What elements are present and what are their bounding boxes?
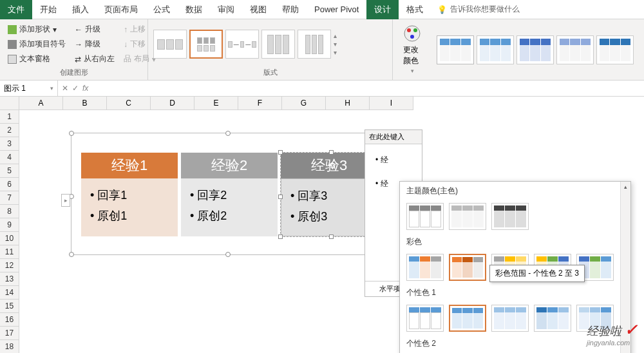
smartart-block-1[interactable]: 经验1 • 回享1 • 原创1 (81, 153, 178, 236)
theme-thumb-1[interactable] (406, 203, 444, 230)
ribbon-tabs: 文件 开始 插入 页面布局 公式 数据 审阅 视图 帮助 Power Pivot… (0, 0, 644, 19)
tab-layout[interactable]: 页面布局 (97, 0, 146, 19)
enter-icon[interactable]: ✓ (72, 84, 79, 93)
block3-title: 经验3⟲ (281, 153, 377, 178)
name-box[interactable]: 图示 1▾ (0, 81, 58, 96)
accent1-thumb-3[interactable] (491, 305, 529, 332)
add-bullet-button[interactable]: 添加项目符号 (5, 37, 68, 51)
row-header[interactable]: 18 (0, 340, 19, 353)
select-all-corner[interactable] (0, 97, 19, 110)
layout-more[interactable]: ▾ (334, 49, 337, 56)
tell-me-label: 告诉我你想要做什么 (450, 4, 520, 15)
text-pane-title: 在此处键入 (365, 130, 422, 144)
fx-icon[interactable]: fx (82, 84, 88, 93)
accent1-thumb-4[interactable] (534, 305, 571, 332)
text-pane-button[interactable]: 文本窗格 (5, 52, 68, 66)
row-header[interactable]: 15 (0, 300, 19, 313)
tab-design[interactable]: 设计 (366, 0, 399, 19)
row-header[interactable]: 4 (0, 151, 19, 164)
theme-thumb-3[interactable] (491, 203, 529, 230)
tab-insert[interactable]: 插入 (64, 0, 97, 19)
row-header[interactable]: 13 (0, 272, 19, 286)
col-header[interactable]: F (238, 97, 282, 110)
tab-powerpivot[interactable]: Power Pivot (307, 0, 366, 19)
layout-thumb-1[interactable] (153, 30, 187, 59)
smartart-container[interactable]: ▸ 经验1 • 回享1 • 原创1 经验2 • 回享2 • 原创2 (71, 133, 380, 255)
accent1-thumb-1[interactable] (406, 305, 444, 332)
col-header[interactable]: E (194, 97, 238, 110)
col-header[interactable]: B (63, 97, 107, 110)
tab-review[interactable]: 审阅 (210, 0, 242, 19)
col-header[interactable]: D (151, 97, 194, 110)
block1-body: • 回享1 • 原创1 (81, 178, 178, 236)
tab-data[interactable]: 数据 (178, 0, 210, 19)
layout-thumb-2[interactable] (189, 30, 223, 59)
block3-body: • 回享3 • 原创3 (281, 178, 377, 236)
style-thumb-2[interactable] (477, 35, 514, 64)
change-color-label: 更改颜色 (403, 44, 421, 66)
row-header[interactable]: 12 (0, 259, 19, 272)
section-accent1: 个性色 1 (400, 283, 630, 302)
watermark: 经验啦 ✓ jingyanla.com (587, 321, 638, 347)
style-thumb-1[interactable] (437, 35, 474, 64)
row-header[interactable]: 7 (0, 191, 19, 205)
col-header[interactable]: A (19, 97, 63, 110)
theme-thumb-2[interactable] (449, 203, 486, 230)
layout-thumb-3[interactable]: —— (225, 30, 259, 59)
row-header[interactable]: 1 (0, 110, 19, 124)
col-header[interactable]: G (282, 97, 326, 110)
row-header[interactable]: 8 (0, 205, 19, 218)
tell-me[interactable]: 💡 告诉我你想要做什么 (431, 4, 526, 15)
style-thumb-3[interactable] (516, 35, 554, 64)
text-pane-toggle[interactable]: ▸ (61, 194, 70, 207)
tab-format[interactable]: 格式 (399, 0, 431, 19)
tab-home[interactable]: 开始 (32, 0, 64, 19)
row-header[interactable]: 16 (0, 313, 19, 327)
block1-title: 经验1 (81, 153, 178, 178)
layout-scroll-up[interactable]: ▴ (334, 32, 337, 39)
style-thumb-5[interactable] (596, 35, 634, 64)
row-header[interactable]: 6 (0, 178, 19, 191)
add-shape-button[interactable]: 添加形状 ▾ (5, 23, 68, 36)
col-header[interactable]: H (326, 97, 370, 110)
row-header[interactable]: 14 (0, 286, 19, 300)
layout-thumb-4[interactable] (261, 30, 295, 59)
layout-scroll-down[interactable]: ▾ (334, 41, 337, 48)
colorful-thumb-1[interactable] (406, 254, 444, 281)
section-theme-colors: 主题颜色(主色) (400, 182, 630, 200)
text-pane-item-1[interactable]: • 经 (369, 148, 418, 172)
smartart-block-3[interactable]: 经验3⟲ • 回享3 • 原创3 (281, 153, 377, 236)
change-color-button[interactable]: 更改颜色 ▾ (398, 22, 426, 76)
layout-thumb-5[interactable] (298, 30, 331, 59)
smartart-block-2[interactable]: 经验2 • 回享2 • 原创2 (181, 153, 278, 236)
svg-point-2 (413, 28, 417, 32)
colorful-thumb-2[interactable] (449, 254, 486, 281)
block2-body: • 回享2 • 原创2 (181, 178, 278, 236)
col-header[interactable]: C (107, 97, 151, 110)
tab-view[interactable]: 视图 (242, 0, 274, 19)
row-header[interactable]: 9 (0, 218, 19, 232)
block2-title: 经验2 (181, 153, 278, 178)
row-header[interactable]: 5 (0, 164, 19, 178)
svg-point-1 (407, 28, 411, 32)
tab-formula[interactable]: 公式 (146, 0, 178, 19)
color-tooltip: 彩色范围 - 个性色 2 至 3 (489, 265, 585, 282)
row-header[interactable]: 2 (0, 124, 19, 137)
rtl-button[interactable]: ⇄ 从右向左 (72, 52, 117, 66)
accent1-thumb-2[interactable] (449, 305, 486, 332)
col-header[interactable]: I (370, 97, 413, 110)
formula-bar-row: 图示 1▾ ✕ ✓ fx (0, 81, 644, 97)
sheet-area: 12345678910111213141516171819 ▸ 经验1 • 回享… (0, 110, 644, 353)
tab-file[interactable]: 文件 (0, 0, 32, 19)
demote-button[interactable]: → 降级 (72, 37, 117, 51)
style-thumb-4[interactable] (556, 35, 594, 64)
svg-point-3 (410, 35, 414, 39)
promote-button[interactable]: ← 升级 (72, 23, 117, 36)
row-header[interactable]: 3 (0, 137, 19, 151)
row-header[interactable]: 10 (0, 232, 19, 245)
tab-help[interactable]: 帮助 (274, 0, 307, 19)
row-header[interactable]: 17 (0, 327, 19, 340)
row-header[interactable]: 11 (0, 245, 19, 259)
palette-icon (402, 24, 422, 43)
cancel-icon[interactable]: ✕ (62, 84, 68, 93)
